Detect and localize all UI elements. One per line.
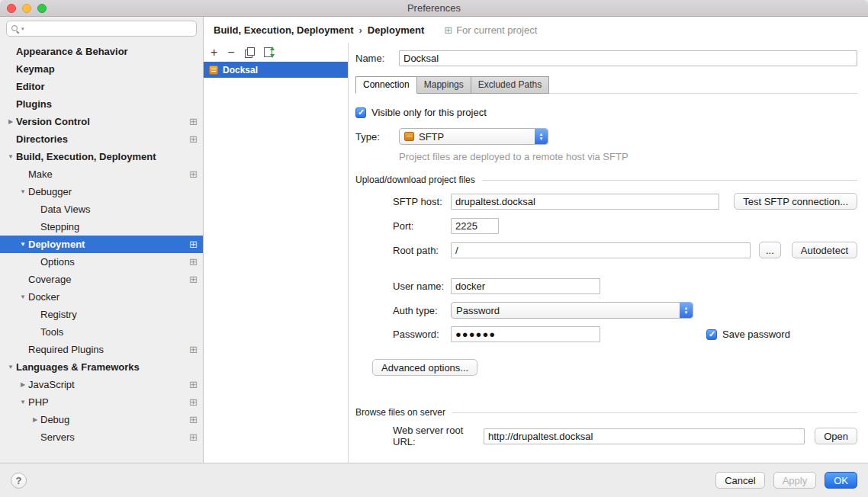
settings-search-box[interactable]: ▾ [6, 21, 197, 37]
type-select[interactable]: SFTP ▲▼ [399, 128, 548, 145]
sidebar-item-tools[interactable]: Tools [0, 323, 203, 341]
sidebar-item-label: Required Plugins [28, 344, 104, 355]
breadcrumb-current: Deployment [368, 24, 424, 36]
search-area: ▾ [0, 17, 203, 39]
sftp-host-label: SFTP host: [393, 196, 451, 207]
sidebar-item-label: Servers [40, 431, 75, 443]
sidebar-item-servers[interactable]: Servers⊞ [0, 428, 203, 446]
tab-connection[interactable]: Connection [355, 76, 417, 94]
root-path-input[interactable] [451, 242, 751, 258]
add-server-icon[interactable]: + [211, 46, 217, 59]
sidebar-item-version-control[interactable]: ▶Version Control⊞ [0, 113, 203, 130]
tab-mappings[interactable]: Mappings [417, 76, 471, 94]
auth-type-select[interactable]: Password ▲▼ [451, 302, 693, 319]
project-scope-icon: ⊞ [189, 117, 198, 127]
upload-section-title: Upload/download project files [355, 175, 475, 185]
dialog-footer: ? Cancel Apply OK [0, 463, 868, 497]
visible-only-checkbox[interactable] [355, 107, 366, 118]
sidebar-item-coverage[interactable]: Coverage⊞ [0, 271, 203, 288]
sidebar-item-required-plugins[interactable]: Required Plugins⊞ [0, 341, 203, 358]
browse-root-path-button[interactable]: ... [759, 242, 781, 258]
chevron-right-icon[interactable]: ▶ [18, 381, 28, 388]
close-window-button[interactable] [7, 4, 16, 13]
sidebar-item-make[interactable]: Make⊞ [0, 165, 203, 183]
sidebar-item-data-views[interactable]: Data Views [0, 200, 203, 218]
user-name-label: User name: [393, 281, 451, 292]
dropdown-stepper-icon: ▲▼ [535, 129, 548, 144]
save-password-checkbox[interactable] [706, 329, 717, 340]
cancel-button[interactable]: Cancel [715, 472, 764, 489]
import-export-config-icon[interactable] [264, 47, 272, 57]
sidebar-item-directories[interactable]: Directories⊞ [0, 130, 203, 148]
sidebar-item-deployment[interactable]: ▼Deployment⊞ [0, 236, 203, 253]
server-list-item-docksal[interactable]: Docksal [204, 62, 348, 78]
sidebar-item-debugger[interactable]: ▼Debugger [0, 183, 203, 200]
sidebar-item-build-execution-deployment[interactable]: ▼Build, Execution, Deployment [0, 148, 203, 165]
sidebar-item-editor[interactable]: Editor [0, 78, 203, 95]
servers-toolbar: + − [204, 43, 348, 62]
chevron-down-icon[interactable]: ▼ [18, 293, 28, 300]
for-current-project-badge: ⊞ For current project [444, 24, 537, 36]
help-button[interactable]: ? [11, 473, 27, 489]
search-options-chevron-icon[interactable]: ▾ [21, 26, 24, 32]
section-divider [482, 180, 857, 181]
sidebar-item-plugins[interactable]: Plugins [0, 95, 203, 113]
auth-type-select-value: Password [452, 305, 680, 316]
sftp-host-input[interactable] [451, 194, 719, 210]
open-button[interactable]: Open [815, 428, 857, 444]
sidebar-item-languages-frameworks[interactable]: ▼Languages & Frameworks [0, 358, 203, 376]
zoom-window-button[interactable] [37, 4, 47, 13]
sidebar-item-appearance-behavior[interactable]: Appearance & Behavior [0, 43, 203, 60]
project-scope-icon: ⊞ [444, 24, 452, 36]
project-scope-icon: ⊞ [189, 380, 198, 390]
auth-type-label: Auth type: [393, 305, 451, 316]
chevron-down-icon[interactable]: ▼ [18, 399, 28, 406]
web-root-input[interactable] [484, 428, 805, 444]
chevron-down-icon[interactable]: ▼ [5, 153, 16, 160]
autodetect-button[interactable]: Autodetect [792, 242, 857, 258]
copy-server-icon[interactable] [245, 47, 254, 57]
chevron-down-icon[interactable]: ▼ [5, 364, 16, 370]
sidebar-item-options[interactable]: Options⊞ [0, 253, 203, 271]
remove-server-icon[interactable]: − [227, 46, 234, 59]
user-name-input[interactable] [451, 278, 600, 294]
chevron-down-icon[interactable]: ▼ [18, 241, 28, 248]
breadcrumb-separator-icon: › [358, 24, 362, 36]
server-name: Docksal [223, 65, 258, 75]
sidebar-item-registry[interactable]: Registry [0, 306, 203, 323]
breadcrumb-parent[interactable]: Build, Execution, Deployment [214, 24, 353, 36]
password-input[interactable] [451, 326, 600, 342]
chevron-right-icon[interactable]: ▶ [5, 118, 16, 125]
search-input[interactable] [27, 24, 191, 34]
sidebar-item-label: Deployment [28, 239, 85, 250]
sidebar-item-javascript[interactable]: ▶JavaScript⊞ [0, 376, 203, 393]
project-scope-icon: ⊞ [189, 257, 198, 268]
type-label: Type: [355, 131, 399, 143]
deployment-form: Name: Connection Mappings Excluded Paths… [349, 43, 868, 463]
traffic-lights [7, 4, 47, 13]
type-select-value: SFTP [400, 131, 535, 143]
chevron-down-icon[interactable]: ▼ [18, 188, 28, 195]
apply-button[interactable]: Apply [773, 472, 817, 489]
dialog-buttons: Cancel Apply OK [715, 472, 857, 489]
sidebar-item-php[interactable]: ▼PHP⊞ [0, 393, 203, 411]
sidebar-item-debug[interactable]: ▶Debug⊞ [0, 411, 203, 428]
sidebar-item-keymap[interactable]: Keymap [0, 60, 203, 78]
search-icon [11, 25, 19, 33]
web-root-label: Web server root URL: [393, 425, 484, 447]
ok-button[interactable]: OK [825, 472, 857, 489]
sidebar-item-label: Editor [16, 81, 45, 92]
name-input[interactable] [399, 50, 857, 66]
advanced-options-button[interactable]: Advanced options... [372, 359, 477, 376]
tab-excluded-paths[interactable]: Excluded Paths [471, 76, 549, 94]
minimize-window-button[interactable] [22, 4, 31, 13]
password-label: Password: [393, 329, 451, 340]
test-sftp-connection-button[interactable]: Test SFTP connection... [734, 193, 857, 210]
window-title: Preferences [407, 2, 461, 14]
sidebar-item-stepping[interactable]: Stepping [0, 218, 203, 236]
auth-type-value: Password [456, 305, 500, 316]
chevron-right-icon[interactable]: ▶ [30, 416, 40, 423]
server-icon [209, 66, 218, 75]
port-input[interactable] [451, 218, 499, 234]
sidebar-item-docker[interactable]: ▼Docker [0, 288, 203, 306]
